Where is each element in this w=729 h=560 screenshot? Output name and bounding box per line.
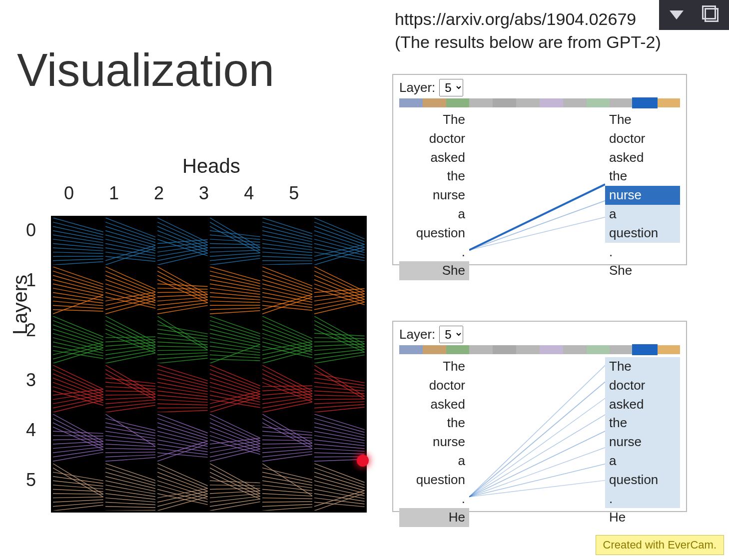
grid-cell	[53, 414, 103, 461]
layer-select[interactable]: 5	[439, 79, 463, 96]
svg-line-441	[469, 464, 605, 497]
slide: https://arxiv.org/abs/1904.02679 (The re…	[0, 0, 729, 560]
head-swatch[interactable]	[633, 98, 657, 107]
head-color-strip[interactable]	[399, 98, 680, 107]
row-label: 0	[26, 220, 36, 241]
svg-line-234	[105, 391, 156, 392]
svg-line-357	[314, 453, 365, 455]
token: question	[399, 471, 469, 490]
head-swatch[interactable]	[540, 345, 563, 354]
svg-line-440	[469, 448, 605, 497]
layer-select[interactable]: 5	[439, 326, 463, 343]
grid-cell	[262, 218, 313, 265]
head-swatch[interactable]	[423, 98, 446, 107]
head-swatch[interactable]	[399, 345, 423, 354]
svg-line-349	[314, 419, 365, 433]
svg-line-101	[157, 288, 208, 289]
svg-line-54	[262, 243, 313, 250]
svg-line-42	[210, 243, 260, 245]
svg-line-383	[105, 510, 156, 511]
svg-line-43	[210, 248, 260, 248]
svg-line-285	[314, 402, 365, 404]
head-swatch[interactable]	[610, 98, 633, 107]
head-swatch[interactable]	[610, 345, 633, 354]
head-color-strip[interactable]	[399, 345, 680, 354]
svg-line-294	[53, 439, 103, 440]
svg-line-435	[469, 365, 605, 497]
svg-line-209	[314, 338, 365, 339]
svg-line-256	[210, 382, 260, 397]
svg-line-381	[105, 502, 156, 505]
token: The	[605, 110, 680, 129]
svg-line-241	[157, 370, 208, 384]
token: He	[399, 508, 469, 527]
head-swatch[interactable]	[587, 98, 610, 107]
svg-line-403	[210, 491, 260, 493]
svg-line-8	[53, 252, 103, 254]
row-label: 1	[26, 270, 36, 291]
svg-line-250	[157, 408, 208, 408]
svg-line-81	[53, 306, 103, 309]
token: He	[605, 508, 680, 527]
head-swatch[interactable]	[516, 345, 540, 354]
svg-line-290	[53, 423, 103, 447]
head-swatch[interactable]	[587, 345, 610, 354]
svg-line-396	[210, 464, 260, 491]
svg-line-73	[53, 271, 103, 287]
grid-cell	[157, 218, 208, 265]
token: doctor	[605, 129, 680, 148]
watermark-badge: Created with EverCam.	[596, 535, 724, 555]
head-swatch[interactable]	[657, 345, 680, 354]
token: question	[399, 224, 469, 243]
popout-icon[interactable]	[705, 8, 719, 22]
svg-line-235	[105, 395, 156, 395]
svg-line-36	[210, 218, 260, 247]
head-swatch[interactable]	[563, 345, 587, 354]
svg-line-323	[157, 444, 208, 462]
right-token-column: Thedoctoraskedthenurseaquestion.He	[605, 357, 680, 527]
token: asked	[605, 148, 680, 167]
svg-line-176	[157, 350, 208, 350]
head-swatch[interactable]	[469, 345, 493, 354]
svg-line-311	[105, 458, 156, 462]
head-swatch[interactable]	[563, 98, 587, 107]
token: The	[399, 357, 469, 376]
row-label: 5	[26, 470, 36, 491]
head-swatch[interactable]	[540, 98, 563, 107]
svg-line-434	[469, 217, 605, 250]
grid-cell	[53, 267, 103, 314]
head-swatch[interactable]	[399, 98, 423, 107]
svg-line-26	[157, 226, 208, 248]
token: asked	[605, 395, 680, 414]
svg-line-108	[210, 267, 260, 281]
attention-panel-she: Layer: 5 Thedoctoraskedthenurseaquestion…	[392, 74, 687, 265]
head-swatch[interactable]	[446, 345, 470, 354]
grid-cell	[105, 218, 156, 265]
head-swatch[interactable]	[469, 98, 493, 107]
dropdown-icon[interactable]	[670, 10, 684, 19]
head-swatch[interactable]	[657, 98, 680, 107]
svg-line-165	[105, 347, 156, 354]
head-swatch[interactable]	[446, 98, 470, 107]
head-swatch[interactable]	[633, 345, 657, 354]
svg-line-295	[53, 442, 103, 444]
svg-line-293	[53, 436, 103, 436]
svg-line-348	[314, 414, 365, 430]
token: the	[605, 167, 680, 186]
grid-cell	[314, 414, 365, 461]
svg-line-436	[469, 382, 605, 497]
svg-line-175	[157, 346, 208, 347]
head-swatch[interactable]	[423, 345, 446, 354]
token: the	[605, 414, 680, 433]
token: question	[605, 471, 680, 490]
grid-cell	[262, 365, 313, 412]
svg-line-15	[105, 231, 156, 245]
left-token-column: Thedoctoraskedthenurseaquestion.He	[399, 357, 469, 527]
head-swatch[interactable]	[516, 98, 540, 107]
layer-label: Layer:	[399, 327, 435, 342]
svg-line-55	[262, 248, 313, 253]
svg-line-395	[157, 497, 208, 511]
head-swatch[interactable]	[493, 98, 516, 107]
head-swatch[interactable]	[493, 345, 516, 354]
svg-line-418	[262, 504, 313, 506]
